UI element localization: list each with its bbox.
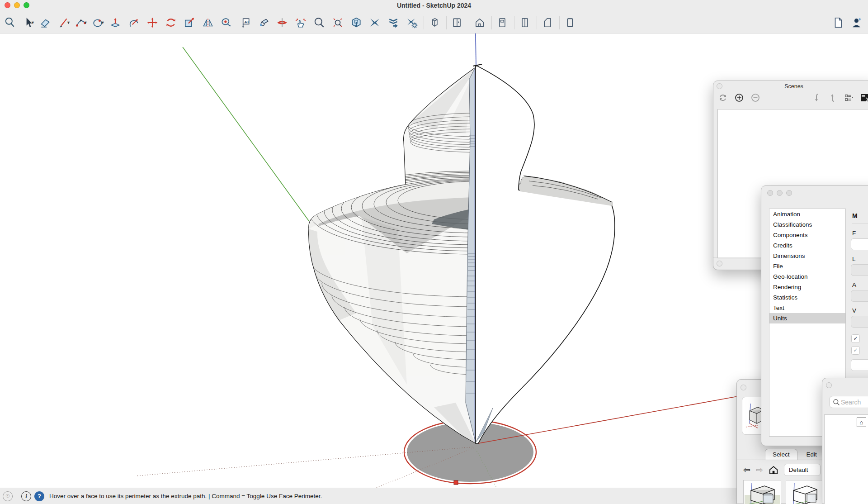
forward-arrow-icon[interactable]: ⇨ <box>756 466 763 474</box>
components-tab[interactable]: Select <box>765 449 797 460</box>
search-results-area[interactable]: ⌂ <box>824 414 868 504</box>
zoom-tool-icon[interactable] <box>313 15 326 30</box>
flip-along-tool-icon[interactable] <box>202 15 214 30</box>
tape-measure-tool-icon[interactable] <box>221 15 233 30</box>
pan-tool-icon[interactable] <box>295 15 307 30</box>
length-dropdown[interactable] <box>851 264 868 276</box>
model-box-icon[interactable] <box>429 15 441 30</box>
model-info-item[interactable]: Units <box>769 313 845 323</box>
area-dropdown[interactable] <box>851 290 868 302</box>
checkbox-checked[interactable]: ✓ <box>851 334 860 343</box>
outliner-panel-icon[interactable] <box>564 15 576 30</box>
model-profile-face <box>476 66 615 443</box>
search-tool-icon[interactable] <box>4 15 16 30</box>
scenes-close-button[interactable] <box>717 83 722 89</box>
materials-panel-icon[interactable] <box>496 15 509 30</box>
units-pane-header-partial: M <box>852 212 868 223</box>
model-info-item[interactable]: Geo-location <box>769 271 845 282</box>
model-info-close-button[interactable] <box>767 190 773 196</box>
in-model-icon[interactable]: ⌂ <box>857 418 866 427</box>
toolbar-separator <box>424 16 424 29</box>
view-options-icon[interactable] <box>844 93 854 103</box>
zoom-extents-tool-icon[interactable] <box>332 15 344 30</box>
scenes-toolbar <box>713 91 868 105</box>
search-input[interactable] <box>840 398 868 406</box>
search-field[interactable] <box>829 396 868 408</box>
account-icon[interactable] <box>850 15 863 30</box>
home-panel-icon[interactable] <box>474 15 486 30</box>
green-axis <box>183 47 309 221</box>
precision-dropdown[interactable] <box>851 359 868 371</box>
back-arrow-icon[interactable]: ⇦ <box>743 466 750 474</box>
remove-scene-icon[interactable] <box>750 93 760 103</box>
move-tool-icon[interactable] <box>146 15 159 30</box>
components-close-button[interactable] <box>741 385 746 390</box>
model-info-item[interactable]: Dimensions <box>769 251 845 261</box>
extension-warehouse-icon[interactable] <box>369 15 381 30</box>
toolbar-separator <box>537 16 537 29</box>
window-title: Untitled - SketchUp 2024 <box>0 2 868 9</box>
search-panel-close-button[interactable] <box>826 382 832 388</box>
component-thumbnail-1[interactable] <box>743 480 781 504</box>
styles-panel-icon[interactable] <box>519 15 531 30</box>
help-icon[interactable]: ? <box>34 491 44 501</box>
rotate-tool-icon[interactable] <box>165 15 177 30</box>
update-scene-icon[interactable] <box>718 93 728 103</box>
components-window-icon[interactable] <box>451 15 463 30</box>
scenes-panel-title: Scenes <box>713 81 868 90</box>
orbit-tool-icon[interactable] <box>276 15 288 30</box>
move-scene-up-icon[interactable] <box>828 93 838 103</box>
info-icon[interactable]: i <box>21 491 31 501</box>
show-details-icon[interactable] <box>860 93 868 103</box>
shape-dropdown-caret[interactable]: ▼ <box>101 20 105 25</box>
model-info-zoom-button[interactable] <box>786 190 792 196</box>
search-icon <box>833 399 840 406</box>
svg-text:A1: A1 <box>245 19 250 24</box>
paint-bucket-tool-icon[interactable] <box>258 15 270 30</box>
toolbar-separator <box>514 16 514 29</box>
follow-me-tool-icon[interactable] <box>128 15 140 30</box>
select-dropdown-caret[interactable]: ▼ <box>31 20 35 25</box>
volume-dropdown[interactable] <box>851 316 868 328</box>
model-info-minimize-button[interactable] <box>777 190 783 196</box>
line-dropdown-caret[interactable]: ▼ <box>66 20 71 25</box>
model-info-item[interactable]: Credits <box>769 240 845 251</box>
model-info-item[interactable]: Rendering <box>769 282 845 292</box>
area-label-partial: A <box>852 281 868 288</box>
shadows-panel-icon[interactable] <box>542 15 554 30</box>
checkbox-checked-dim[interactable]: ✓ <box>851 346 860 355</box>
model-info-item[interactable]: Statistics <box>769 292 845 303</box>
collapsed-panel-close-button[interactable] <box>717 261 722 266</box>
model-info-item[interactable]: File <box>769 261 845 271</box>
push-pull-tool-icon[interactable] <box>109 15 122 30</box>
move-scene-down-icon[interactable] <box>812 93 822 103</box>
model-info-item[interactable]: Text <box>769 303 845 313</box>
collection-dropdown[interactable]: Default <box>784 464 821 476</box>
model-info-item[interactable]: Components <box>769 230 845 240</box>
format-dropdown[interactable] <box>851 238 868 250</box>
extension-manager-icon[interactable] <box>406 15 418 30</box>
toolbar-separator <box>559 16 560 29</box>
endpoint-marker <box>454 480 458 485</box>
text-tool-icon[interactable]: A1 <box>239 15 251 30</box>
geolocation-status-icon[interactable]: ☉ <box>3 491 13 501</box>
home-icon[interactable] <box>769 466 778 475</box>
toolbar-separator <box>469 16 469 29</box>
model-info-item[interactable]: Animation <box>769 209 845 219</box>
3d-warehouse-icon[interactable] <box>350 15 363 30</box>
component-thumbnail-2[interactable] <box>786 480 824 504</box>
scale-tool-icon[interactable] <box>184 15 196 30</box>
arc-dropdown-caret[interactable]: ▼ <box>84 20 88 25</box>
components-tab[interactable]: Edit <box>799 449 824 460</box>
model-info-item[interactable]: Classifications <box>769 219 845 230</box>
new-document-icon[interactable] <box>832 15 844 30</box>
status-separator <box>17 491 17 502</box>
main-toolbar: ▼ ▼ ▼ ▼ A1 <box>0 12 868 33</box>
share-model-icon[interactable] <box>387 15 400 30</box>
model-info-header <box>761 186 868 197</box>
length-label-partial: L <box>852 256 868 262</box>
add-scene-icon[interactable] <box>734 93 744 103</box>
eraser-tool-icon[interactable] <box>39 15 52 30</box>
blue-axis <box>476 33 476 67</box>
component-thumbnails <box>743 480 824 504</box>
